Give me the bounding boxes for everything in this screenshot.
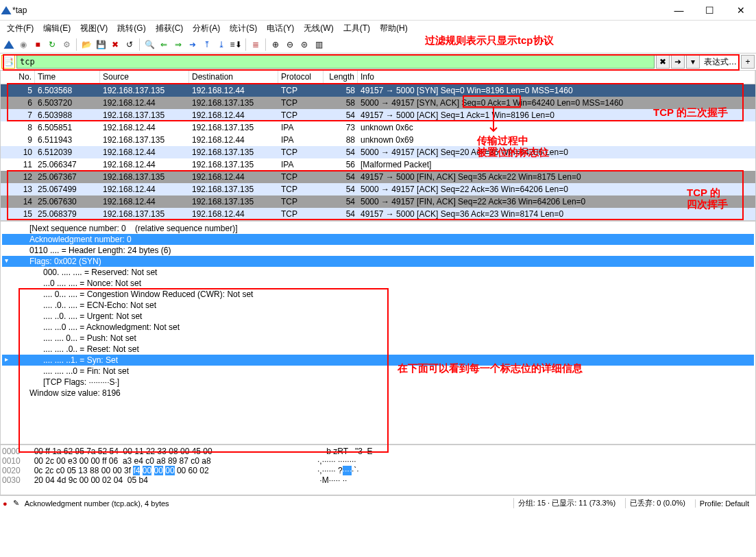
packet-row[interactable]: 1125.066347192.168.12.44192.168.137.135I…	[1, 158, 755, 171]
menu-item[interactable]: 电话(Y)	[263, 21, 298, 36]
detail-line[interactable]: .... ...0 .... = Acknowledgment: Not set	[2, 322, 754, 333]
clear-filter-button[interactable]: ✖	[656, 55, 670, 69]
save-button[interactable]: 💾	[95, 38, 107, 51]
display-filter-input[interactable]	[16, 55, 655, 69]
app-icon	[0, 4, 12, 16]
add-filter-button[interactable]: +	[741, 55, 755, 69]
start-capture-button[interactable]: ◉	[17, 38, 29, 51]
menu-item[interactable]: 跳转(G)	[113, 21, 149, 36]
stop-capture-button[interactable]: ■	[32, 38, 44, 51]
hex-row[interactable]: 0000 00 ff 1a 62 95 7a 52 54 00 11 22 33…	[2, 447, 754, 456]
packet-bytes-pane[interactable]: 0000 00 ff 1a 62 95 7a 52 54 00 11 22 33…	[0, 445, 756, 495]
apply-filter-button[interactable]: ➜	[671, 55, 685, 69]
status-dropped: 已丢弃: 0 (0.0%)	[625, 498, 690, 508]
col-len[interactable]: Length	[324, 71, 358, 84]
menu-item[interactable]: 工具(T)	[339, 21, 374, 36]
detail-line[interactable]: .... .0.. .... = ECN-Echo: Not set	[2, 300, 754, 311]
detail-line[interactable]: [TCP Flags: ·········S·]	[2, 377, 754, 388]
hex-row[interactable]: 0030 20 04 4d 9c 00 00 02 04 05 b4 ·M···…	[2, 475, 754, 485]
menu-item[interactable]: 无线(W)	[300, 21, 337, 36]
zoom-out-button[interactable]: ⊖	[284, 38, 296, 51]
detail-line[interactable]: .... ..0. .... = Urgent: Not set	[2, 311, 754, 322]
close-file-button[interactable]: ✖	[109, 38, 121, 51]
last-button[interactable]: ⤓	[215, 38, 228, 51]
detail-line[interactable]: 0110 .... = Header Length: 24 bytes (6)	[2, 245, 754, 256]
packet-row[interactable]: 1425.067630192.168.12.44192.168.137.135T…	[1, 195, 755, 208]
autoscroll-button[interactable]: ≡⬇	[230, 38, 242, 51]
detail-line[interactable]: 000. .... .... = Reserved: Not set	[2, 267, 754, 278]
minimize-button[interactable]: —	[663, 0, 694, 21]
close-button[interactable]: ✕	[725, 0, 756, 21]
detail-line[interactable]: .... .... ...0 = Fin: Not set	[2, 366, 754, 377]
col-info[interactable]: Info	[358, 71, 755, 84]
menu-item[interactable]: 文件(F)	[3, 21, 38, 36]
detail-line[interactable]: ▸.... .... ..1. = Syn: Set	[2, 355, 754, 366]
edit-icon[interactable]: ✎	[13, 499, 19, 508]
packet-details-pane[interactable]: [Next sequence number: 0 (relative seque…	[0, 221, 756, 445]
open-button[interactable]: 📂	[80, 38, 93, 51]
zoom-reset-button[interactable]: ⊜	[298, 38, 310, 51]
status-field: Acknowledgment number (tcp.ack), 4 bytes	[25, 499, 508, 508]
fin-icon[interactable]	[3, 38, 15, 51]
packet-row[interactable]: 1325.067499192.168.12.44192.168.137.135T…	[1, 183, 755, 195]
menu-item[interactable]: 分析(A)	[188, 21, 224, 36]
status-packets: 分组: 15 · 已显示: 11 (73.3%)	[513, 498, 620, 508]
packet-list-header: No. Time Source Destination Protocol Len…	[1, 71, 755, 84]
detail-line[interactable]: [Next sequence number: 0 (relative seque…	[2, 223, 754, 234]
restart-capture-button[interactable]: ↻	[46, 38, 58, 51]
menubar: 文件(F)编辑(E)视图(V)跳转(G)捕获(C)分析(A)统计(S)电话(Y)…	[0, 21, 756, 36]
packet-row[interactable]: 76.503988192.168.137.135192.168.12.44TCP…	[1, 109, 755, 121]
reload-button[interactable]: ↺	[123, 38, 136, 51]
status-profile[interactable]: Profile: Default	[695, 499, 753, 508]
hex-row[interactable]: 0020 0c 2c c0 05 13 88 00 00 3f f4 00 00…	[2, 466, 754, 475]
col-time[interactable]: Time	[35, 71, 100, 84]
first-button[interactable]: ⤒	[201, 38, 213, 51]
packet-row[interactable]: 66.503720192.168.12.44192.168.137.135TCP…	[1, 97, 755, 109]
capture-options-button[interactable]: ⚙	[60, 38, 73, 51]
col-proto[interactable]: Protocol	[278, 71, 324, 84]
find-button[interactable]: 🔍	[143, 38, 156, 51]
packet-row[interactable]: 96.511943192.168.137.135192.168.12.44IPA…	[1, 134, 755, 146]
col-no[interactable]: No.	[1, 71, 35, 84]
resize-cols-button[interactable]: ▥	[313, 38, 325, 51]
maximize-button[interactable]: ☐	[694, 0, 725, 21]
detail-line[interactable]: ▾Flags: 0x002 (SYN)	[2, 256, 754, 267]
bookmark-filter-button[interactable]: 📑	[1, 55, 15, 69]
window-title: *tap	[12, 5, 663, 15]
expression-button[interactable]: 表达式…	[701, 56, 740, 68]
detail-line[interactable]: Acknowledgment number: 0	[2, 234, 754, 245]
hex-row[interactable]: 0010 00 2c 00 e3 00 00 ff 06 a3 e4 c0 a8…	[2, 456, 754, 466]
packet-row[interactable]: 106.512039192.168.12.44192.168.137.135TC…	[1, 146, 755, 158]
menu-item[interactable]: 视图(V)	[76, 21, 112, 36]
prev-button[interactable]: ⇐	[158, 38, 170, 51]
colorize-button[interactable]: ≣	[249, 38, 262, 51]
col-source[interactable]: Source	[100, 71, 189, 84]
filter-bar: 📑 ✖ ➜ ▾ 表达式… +	[0, 54, 756, 70]
packet-row[interactable]: 86.505851192.168.12.44192.168.137.135IPA…	[1, 121, 755, 134]
zoom-in-button[interactable]: ⊕	[269, 38, 282, 51]
recent-filters-button[interactable]: ▾	[686, 55, 700, 69]
toolbar: ◉ ■ ↻ ⚙ 📂 💾 ✖ ↺ 🔍 ⇐ ⇒ ➜ ⤒ ⤓ ≡⬇ ≣ ⊕ ⊖ ⊜ ▥	[0, 36, 756, 54]
menu-item[interactable]: 编辑(E)	[39, 21, 75, 36]
packet-row[interactable]: 56.503568192.168.137.135192.168.12.44TCP…	[1, 84, 755, 97]
col-dest[interactable]: Destination	[189, 71, 278, 84]
detail-line[interactable]: .... .... .0.. = Reset: Not set	[2, 344, 754, 355]
next-button[interactable]: ⇒	[172, 38, 184, 51]
menu-item[interactable]: 帮助(H)	[376, 21, 412, 36]
titlebar: *tap — ☐ ✕	[0, 0, 756, 21]
statusbar: ● ✎ Acknowledgment number (tcp.ack), 4 b…	[0, 495, 756, 510]
menu-item[interactable]: 捕获(C)	[151, 21, 188, 36]
expert-icon[interactable]: ●	[3, 499, 8, 508]
detail-line[interactable]: .... .... 0... = Push: Not set	[2, 333, 754, 344]
detail-line[interactable]: ...0 .... .... = Nonce: Not set	[2, 278, 754, 289]
menu-item[interactable]: 统计(S)	[225, 21, 261, 36]
detail-line[interactable]: Window size value: 8196	[2, 388, 754, 399]
detail-line[interactable]: .... 0... .... = Congestion Window Reduc…	[2, 289, 754, 300]
goto-button[interactable]: ➜	[186, 38, 199, 51]
packet-row[interactable]: 1525.068379192.168.137.135192.168.12.44T…	[1, 208, 755, 220]
packet-list-pane[interactable]: No. Time Source Destination Protocol Len…	[0, 70, 756, 221]
packet-row[interactable]: 1225.067367192.168.137.135192.168.12.44T…	[1, 171, 755, 183]
